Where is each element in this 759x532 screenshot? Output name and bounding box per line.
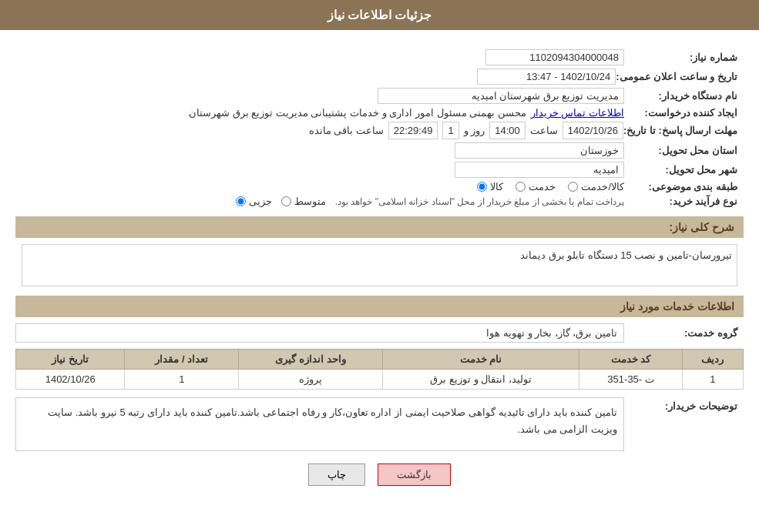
purchase-note: پرداخت تمام یا بخشی از مبلغ خریدار از مح… xyxy=(335,196,624,207)
category-option-kala[interactable]: کالا xyxy=(477,181,503,192)
purchase-option-partial[interactable]: جزیی xyxy=(236,196,272,207)
cell-service-code: ت -35-351 xyxy=(579,370,682,390)
cell-unit: پروژه xyxy=(239,370,382,390)
response-date-label: مهلت ارسال پاسخ: تا تاریخ: xyxy=(623,125,744,136)
category-option-kala-khedmat[interactable]: کالا/خدمت xyxy=(568,181,624,192)
back-button[interactable]: بازگشت xyxy=(378,463,451,486)
city-label: شهر محل تحویل: xyxy=(624,164,744,176)
services-table: ردیف کد خدمت نام خدمت واحد اندازه گیری ت… xyxy=(15,349,744,390)
cell-date: 1402/10/26 xyxy=(16,370,125,390)
print-button[interactable]: چاپ xyxy=(308,463,365,486)
col-row-num: ردیف xyxy=(682,350,743,370)
buyer-notes-label: توضیحات خریدار: xyxy=(624,397,744,412)
col-unit: واحد اندازه گیری xyxy=(239,350,382,370)
cell-quantity: 1 xyxy=(125,370,239,390)
cell-row-num: 1 xyxy=(682,370,743,390)
category-option-kala-khedmat-label: کالا/خدمت xyxy=(581,181,624,192)
category-option-khedmat-label: خدمت xyxy=(529,181,556,192)
service-group-label: گروه خدمت: xyxy=(624,327,744,339)
table-row: 1 ت -35-351 تولید، انتقال و توزیع برق پر… xyxy=(16,370,744,390)
col-service-name: نام خدمت xyxy=(382,350,579,370)
need-number-value: 1102094304000048 xyxy=(485,49,624,65)
response-date-value: 1402/10/26 xyxy=(563,122,623,139)
general-desc-box: تیرورسان-تامین و نصب 15 دستگاه تابلو برق… xyxy=(22,244,737,286)
page-title: جزئیات اطلاعات نیاز xyxy=(327,8,432,22)
col-service-code: کد خدمت xyxy=(579,350,682,370)
buyer-org-label: نام دستگاه خریدار: xyxy=(624,90,744,102)
cell-service-name: تولید، انتقال و توزیع برق xyxy=(382,370,579,390)
col-quantity: تعداد / مقدار xyxy=(125,350,239,370)
purchase-option-medium[interactable]: متوسط xyxy=(281,196,326,207)
service-group-value: تامین برق، گاز، بخار و تهویه هوا xyxy=(15,323,624,343)
buyer-notes-value: تامین کننده باید دارای تائیدیه گواهی صلا… xyxy=(48,407,617,435)
category-option-kala-label: کالا xyxy=(490,181,503,192)
col-date: تاریخ نیاز xyxy=(16,350,125,370)
date-label: تاریخ و ساعت اعلان عمومی: xyxy=(616,71,744,82)
city-value: امیدیه xyxy=(455,162,624,178)
action-buttons: بازگشت چاپ xyxy=(15,463,744,486)
general-desc-section-title: شرح کلی نیاز: xyxy=(15,216,744,238)
purchase-medium-label: متوسط xyxy=(294,196,326,207)
general-desc-value: تیرورسان-تامین و نصب 15 دستگاه تابلو برق… xyxy=(520,249,732,261)
time-label: ساعت xyxy=(530,125,558,136)
days-label: روز و xyxy=(464,125,485,136)
creator-label: ایجاد کننده درخواست: xyxy=(624,107,744,119)
category-option-khedmat[interactable]: خدمت xyxy=(516,181,556,192)
need-number-label: شماره نیاز: xyxy=(624,52,744,63)
province-label: استان محل تحویل: xyxy=(624,145,744,156)
category-label: طبقه بندی موضوعی: xyxy=(624,181,744,192)
remaining-label: ساعت باقی مانده xyxy=(309,125,384,136)
creator-contact-link[interactable]: اطلاعات تماس خریدار xyxy=(531,107,624,119)
creator-value: محسن بهمنی مسئول امور اداری و خدمات پشتی… xyxy=(189,107,526,119)
page-header: جزئیات اطلاعات نیاز xyxy=(0,0,759,30)
buyer-org-value: مدیریت توزیع برق شهرستان امیدیه xyxy=(378,88,624,104)
purchase-type-label: نوع فرآیند خرید: xyxy=(624,196,744,207)
purchase-partial-label: جزیی xyxy=(249,196,272,207)
province-value: خوزستان xyxy=(455,142,624,159)
buyer-notes-box: تامین کننده باید دارای تائیدیه گواهی صلا… xyxy=(15,397,624,451)
date-value: 1402/10/24 - 13:47 xyxy=(477,69,616,85)
response-time-value: 14:00 xyxy=(489,122,526,139)
response-days-value: 1 xyxy=(442,122,458,139)
remaining-time-value: 22:29:49 xyxy=(388,122,438,139)
service-info-section-title: اطلاعات خدمات مورد نیاز xyxy=(15,296,744,317)
